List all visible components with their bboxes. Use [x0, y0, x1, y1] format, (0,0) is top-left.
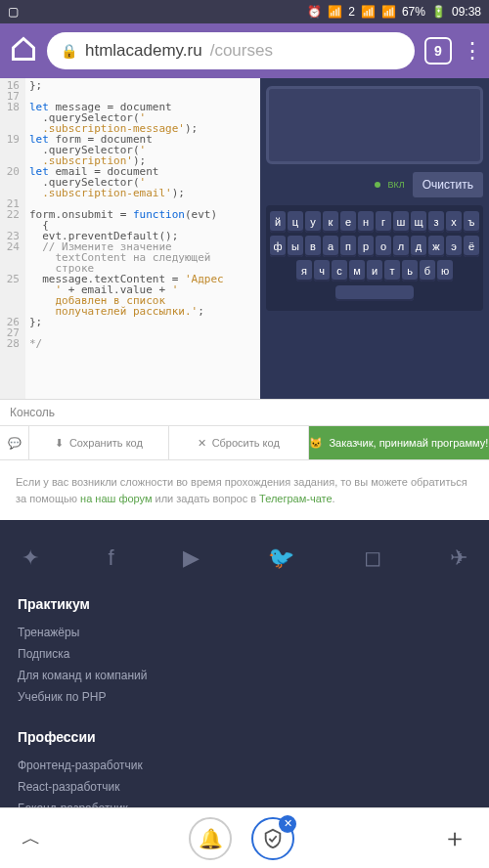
wifi-icon: 📶	[328, 5, 342, 19]
keyboard-key[interactable]: в	[305, 236, 321, 257]
keyboard-key[interactable]: э	[446, 236, 462, 257]
save-button[interactable]: ⬇ Сохранить код	[29, 426, 169, 459]
keyboard-key[interactable]: ж	[428, 236, 444, 257]
url-path: /courses	[210, 41, 273, 61]
close-icon: ✕	[198, 437, 206, 450]
keyboard-key[interactable]: ь	[402, 260, 418, 282]
virtual-keyboard: йцукенгшщзхъ фывапролджэё ячсмитьбю	[266, 205, 483, 311]
footer-list-practicum: ТренажёрыПодпискаДля команд и компанийУч…	[18, 622, 471, 708]
console-tab[interactable]: Консоль	[0, 399, 489, 425]
keyboard-key[interactable]: ф	[270, 236, 286, 257]
cat-icon: 🐱	[309, 437, 323, 450]
signal-icon-2: 📶	[381, 5, 396, 19]
keyboard-key[interactable]: з	[428, 211, 444, 233]
keyboard-key[interactable]: щ	[411, 211, 426, 233]
keyboard-key[interactable]: и	[367, 260, 382, 282]
battery-icon: 🔋	[431, 5, 446, 19]
gallery-icon: ▢	[8, 5, 19, 19]
keyboard-key[interactable]: н	[358, 211, 374, 233]
keyboard-key[interactable]: ц	[288, 211, 303, 233]
keyboard-key[interactable]: к	[323, 211, 338, 233]
status-label: ВКЛ	[388, 180, 405, 190]
app-badge-shield[interactable]: ✕	[251, 817, 294, 860]
reset-button[interactable]: ✕ Сбросить код	[169, 426, 309, 459]
preview-pane: ВКЛ Очистить йцукенгшщзхъ фывапролджэё я…	[260, 78, 489, 399]
home-icon[interactable]	[10, 35, 37, 66]
accept-button[interactable]: 🐱 Заказчик, принимай программу!	[309, 426, 489, 459]
instagram-icon[interactable]: ◻	[364, 545, 381, 571]
keyboard-key[interactable]: м	[349, 260, 365, 282]
keyboard-key[interactable]: ъ	[464, 211, 479, 233]
code-editor[interactable]: 16 17 18 19 20 21 22 23 24 25 26 27 28 }…	[0, 78, 260, 399]
keyboard-key[interactable]: т	[384, 260, 400, 282]
keyboard-key[interactable]: й	[270, 211, 286, 233]
status-bar: ▢ ⏰ 📶 2 📶 📶 67% 🔋 09:38	[0, 0, 489, 23]
keyboard-key[interactable]: ю	[437, 260, 453, 282]
keyboard-key[interactable]: д	[411, 236, 426, 257]
code-body[interactable]: }; let message = document .querySelector…	[25, 78, 260, 399]
facebook-icon[interactable]: f	[108, 545, 113, 571]
space-key[interactable]	[335, 285, 414, 301]
app-badge-bell[interactable]: 🔔	[189, 817, 232, 860]
footer-link[interactable]: Подписка	[18, 643, 471, 665]
footer-link[interactable]: React-разработчик	[18, 776, 471, 798]
keyboard-key[interactable]: с	[332, 260, 347, 282]
overflow-menu-icon[interactable]: ⋮	[462, 38, 479, 64]
keyboard-key[interactable]: о	[376, 236, 391, 257]
vk-icon[interactable]: ✦	[22, 545, 39, 571]
line-gutter: 16 17 18 19 20 21 22 23 24 25 26 27 28	[0, 78, 25, 399]
footer-heading-professions: Профессии	[18, 729, 471, 745]
keyboard-key[interactable]: р	[358, 236, 374, 257]
help-text: Если у вас возникли сложности во время п…	[0, 460, 489, 520]
comment-icon[interactable]: 💬	[0, 426, 29, 459]
tabs-button[interactable]: 9	[424, 37, 452, 65]
keyboard-key[interactable]: е	[340, 211, 356, 233]
action-toolbar: 💬 ⬇ Сохранить код ✕ Сбросить код 🐱 Заказ…	[0, 425, 489, 460]
keyboard-key[interactable]: х	[446, 211, 462, 233]
keyboard-key[interactable]: я	[296, 260, 312, 282]
lock-icon: 🔒	[61, 43, 77, 59]
alarm-icon: ⏰	[307, 5, 322, 19]
preview-frame	[266, 86, 483, 164]
keyboard-key[interactable]: п	[340, 236, 356, 257]
clock: 09:38	[452, 5, 481, 19]
battery-percent: 67%	[402, 5, 425, 19]
twitter-icon[interactable]: 🐦	[268, 545, 294, 571]
forum-link[interactable]: на наш форум	[80, 493, 152, 504]
keyboard-key[interactable]: ш	[393, 211, 409, 233]
keyboard-key[interactable]: а	[323, 236, 338, 257]
bottom-nav: ︿ 🔔 ✕ ＋	[0, 807, 489, 868]
footer-link[interactable]: Для команд и компаний	[18, 665, 471, 686]
sim-indicator: 2	[348, 5, 355, 19]
keyboard-key[interactable]: ё	[464, 236, 479, 257]
keyboard-key[interactable]: ч	[314, 260, 330, 282]
footer-link[interactable]: Учебник по PHP	[18, 686, 471, 708]
keyboard-key[interactable]: л	[393, 236, 409, 257]
status-dot	[375, 182, 380, 188]
signal-icon: 📶	[361, 5, 376, 19]
browser-toolbar: 🔒 htmlacademy.ru/courses 9 ⋮	[0, 23, 489, 78]
site-footer: ✦ f ▶ 🐦 ◻ ✈ Практикум ТренажёрыПодпискаД…	[0, 520, 489, 838]
keyboard-key[interactable]: у	[305, 211, 321, 233]
url-host: htmlacademy.ru	[85, 41, 202, 61]
telegram-link[interactable]: Телеграм-чате	[259, 493, 333, 504]
plus-icon[interactable]: ＋	[442, 821, 467, 855]
footer-link[interactable]: Фронтенд-разработчик	[18, 755, 471, 776]
chevron-up-icon[interactable]: ︿	[22, 825, 41, 851]
keyboard-key[interactable]: ы	[288, 236, 303, 257]
telegram-icon[interactable]: ✈	[450, 545, 467, 571]
youtube-icon[interactable]: ▶	[183, 545, 200, 571]
keyboard-key[interactable]: б	[420, 260, 435, 282]
footer-link[interactable]: Тренажёры	[18, 622, 471, 643]
address-bar[interactable]: 🔒 htmlacademy.ru/courses	[47, 32, 415, 69]
close-badge-icon[interactable]: ✕	[279, 815, 296, 833]
social-row: ✦ f ▶ 🐦 ◻ ✈	[18, 540, 471, 596]
clear-button[interactable]: Очистить	[413, 172, 483, 197]
footer-heading-practicum: Практикум	[18, 596, 471, 612]
keyboard-key[interactable]: г	[376, 211, 391, 233]
download-icon: ⬇	[55, 437, 64, 450]
workspace: 16 17 18 19 20 21 22 23 24 25 26 27 28 }…	[0, 78, 489, 399]
